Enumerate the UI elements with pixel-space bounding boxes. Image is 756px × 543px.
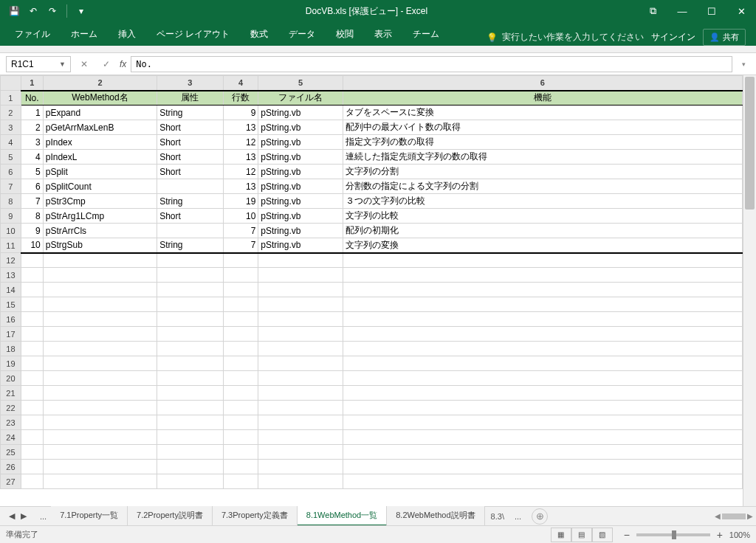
cell[interactable] [258, 268, 343, 283]
cell[interactable] [157, 430, 223, 445]
enter-formula-icon[interactable]: ✓ [97, 56, 115, 72]
cell[interactable] [258, 445, 343, 460]
cell[interactable] [43, 371, 157, 386]
vertical-scrollbar-thumb[interactable] [745, 77, 755, 210]
cell[interactable] [258, 460, 343, 474]
cell[interactable] [157, 312, 223, 327]
cell[interactable]: pGetArrMaxLenB [43, 120, 157, 135]
cell[interactable] [343, 283, 742, 297]
cell[interactable] [21, 474, 43, 489]
cell[interactable] [157, 283, 223, 297]
row-header[interactable]: 10 [1, 224, 21, 238]
zoom-level[interactable]: 100% [729, 530, 750, 539]
hscroll-left-icon[interactable]: ◀ [715, 512, 721, 520]
cell[interactable]: 連続した指定先頭文字列の数の取得 [343, 150, 742, 165]
qat-customize-icon[interactable]: ▾ [75, 4, 88, 18]
row-header[interactable]: 3 [1, 120, 21, 135]
cell[interactable]: Short [157, 209, 223, 224]
redo-icon[interactable]: ↷ [46, 4, 59, 18]
ribbon-tab-6[interactable]: 校閲 [326, 23, 364, 46]
cell[interactable] [157, 415, 223, 430]
name-box-dropdown-icon[interactable]: ▼ [59, 60, 66, 68]
insert-function-button[interactable]: fx [120, 59, 126, 69]
cell[interactable] [343, 297, 742, 312]
cell[interactable]: pIndexL [43, 150, 157, 165]
cell[interactable]: pSplit [43, 165, 157, 179]
tab-nav-ellipsis-right[interactable]: ... [510, 512, 526, 521]
cell[interactable]: 9 [21, 224, 43, 238]
view-normal-button[interactable]: ▦ [551, 528, 571, 542]
cell[interactable]: Short [157, 165, 223, 179]
cell[interactable] [343, 474, 742, 489]
ribbon-tab-5[interactable]: データ [278, 23, 326, 46]
minimize-button[interactable]: — [667, 0, 697, 22]
cell[interactable]: 4 [21, 150, 43, 165]
ribbon-display-button[interactable]: ⧉ [638, 0, 667, 22]
cell[interactable] [157, 224, 223, 238]
cell[interactable]: 指定文字列の数の取得 [343, 135, 742, 150]
table-header-cell[interactable]: WebMethod名 [43, 91, 157, 106]
cell[interactable] [21, 371, 43, 386]
close-button[interactable]: ✕ [726, 0, 756, 22]
cell[interactable] [21, 342, 43, 356]
ribbon-tab-3[interactable]: ページ レイアウト [146, 23, 240, 46]
row-header[interactable]: 22 [1, 401, 21, 415]
cell[interactable] [157, 401, 223, 415]
tab-nav-next-icon[interactable]: ▶ [19, 510, 28, 522]
cell[interactable]: pSplitCount [43, 179, 157, 194]
cell[interactable] [223, 297, 258, 312]
cell[interactable]: 8 [21, 209, 43, 224]
cell[interactable] [223, 253, 258, 268]
cell[interactable] [157, 386, 223, 401]
expand-formula-bar-icon[interactable]: ▾ [737, 60, 750, 68]
cell[interactable]: 13 [223, 179, 258, 194]
row-header[interactable]: 8 [1, 194, 21, 209]
ribbon-tab-2[interactable]: 挿入 [108, 23, 146, 46]
cell[interactable] [21, 356, 43, 371]
cell[interactable] [157, 445, 223, 460]
cell[interactable]: 配列の初期化 [343, 224, 742, 238]
cell[interactable] [43, 460, 157, 474]
cell[interactable] [223, 268, 258, 283]
row-header[interactable]: 21 [1, 386, 21, 401]
col-header[interactable]: 1 [21, 76, 43, 91]
cell[interactable] [21, 460, 43, 474]
cell[interactable]: 9 [223, 106, 258, 120]
cell[interactable] [223, 312, 258, 327]
row-header[interactable]: 1 [1, 91, 21, 106]
zoom-slider-thumb[interactable] [672, 530, 676, 539]
vertical-scrollbar[interactable] [743, 75, 756, 506]
col-header[interactable]: 4 [223, 76, 258, 91]
row-header[interactable]: 18 [1, 342, 21, 356]
row-header[interactable]: 26 [1, 460, 21, 474]
cell[interactable]: ３つの文字列の比較 [343, 194, 742, 209]
spreadsheet-grid[interactable]: 1234561No.WebMethod名属性行数ファイル名機能21pExpand… [0, 75, 743, 489]
cell[interactable]: 12 [223, 165, 258, 179]
cell[interactable] [223, 371, 258, 386]
cell[interactable] [223, 386, 258, 401]
cell[interactable] [343, 430, 742, 445]
cell[interactable]: pString.vb [258, 194, 343, 209]
cell[interactable] [258, 386, 343, 401]
row-header[interactable]: 12 [1, 253, 21, 268]
cell[interactable] [258, 342, 343, 356]
cell[interactable] [343, 371, 742, 386]
cell[interactable] [343, 386, 742, 401]
cell[interactable]: 12 [223, 135, 258, 150]
row-header[interactable]: 19 [1, 356, 21, 371]
cell[interactable] [43, 386, 157, 401]
cell[interactable] [223, 283, 258, 297]
cell[interactable]: pString.vb [258, 209, 343, 224]
cell[interactable] [21, 253, 43, 268]
cell[interactable] [258, 401, 343, 415]
cell[interactable] [43, 268, 157, 283]
cell[interactable] [343, 401, 742, 415]
cell[interactable]: String [157, 106, 223, 120]
row-header[interactable]: 14 [1, 283, 21, 297]
cell[interactable] [223, 342, 258, 356]
ribbon-tab-4[interactable]: 数式 [240, 23, 278, 46]
row-header[interactable]: 15 [1, 297, 21, 312]
view-page-layout-button[interactable]: ▤ [571, 528, 592, 542]
formula-input[interactable]: No. [131, 56, 732, 72]
maximize-button[interactable]: ☐ [697, 0, 726, 22]
